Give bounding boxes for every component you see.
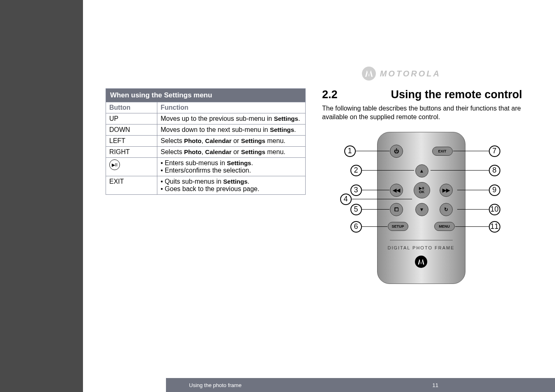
callout-8: 8 [431, 165, 500, 176]
table-header-function: Function [157, 102, 306, 113]
rotate-button-icon: ↻ [440, 203, 453, 216]
table-row: ▶II• Enters sub-menus in Settings.• Ente… [106, 158, 306, 176]
motorola-icon [362, 67, 376, 81]
motorola-batwing-icon [415, 256, 427, 268]
table-cell-function: • Quits sub-menus in Settings.• Goes bac… [157, 176, 306, 195]
brand-name: MOTOROLA [380, 69, 441, 78]
page-footer: Using the photo frame 11 [166, 378, 555, 392]
remote-body: ⏻ EXIT ▲ ◀◀ ▶IIOK ▶▶ ⧠ ▼ ↻ SETUP [377, 132, 465, 284]
section-number: 2.2 [322, 88, 355, 101]
section-intro: The following table describes the button… [322, 104, 522, 122]
table-cell-function: Selects Photo, Calendar or Settings menu… [157, 147, 306, 158]
callout-10: 10 [457, 204, 500, 215]
sidebar-decor [0, 0, 83, 392]
table-row: DOWNMoves down to the next sub-menu in S… [106, 125, 306, 136]
callout-2: 2 [350, 165, 414, 176]
table-cell-function: Moves up to the previous sub-menu in Set… [157, 113, 306, 125]
ok-button-icon: ▶IIOK [414, 182, 430, 198]
section-heading: 2.2 Using the remote control [322, 88, 522, 101]
callout-7: 7 [453, 145, 500, 157]
table-cell-button: ▶II [106, 158, 157, 176]
table-title: When using the Settings menu [106, 89, 306, 102]
table-header-button: Button [106, 102, 157, 113]
power-button-icon: ⏻ [390, 145, 403, 158]
play-pause-icon: ▶II [109, 159, 120, 170]
section-title: Using the remote control [355, 88, 522, 101]
down-button-icon: ▼ [415, 203, 428, 216]
footer-chapter: Using the photo frame [189, 382, 242, 388]
remote-diagram: ⏻ EXIT ▲ ◀◀ ▶IIOK ▶▶ ⧠ ▼ ↻ SETUP [340, 132, 504, 296]
table-row: RIGHTSelects Photo, Calendar or Settings… [106, 147, 306, 158]
remote-label: DIGITAL PHOTO FRAME [378, 245, 465, 250]
up-button-icon: ▲ [415, 164, 428, 178]
menu-button-icon: MENU [434, 222, 455, 231]
table-row: LEFTSelects Photo, Calendar or Settings … [106, 136, 306, 147]
table-row: UPMoves up to the previous sub-menu in S… [106, 113, 306, 125]
settings-menu-table: When using the Settings menu Button Func… [106, 88, 306, 195]
table-cell-function: • Enters sub-menus in Settings.• Enters/… [157, 158, 306, 176]
setup-button-icon: SETUP [388, 222, 408, 231]
table-cell-button: LEFT [106, 136, 157, 147]
callout-9: 9 [457, 184, 500, 196]
remote-divider [390, 240, 453, 240]
table-cell-button: RIGHT [106, 147, 157, 158]
brand-logo: MOTOROLA [362, 67, 441, 81]
forward-button-icon: ▶▶ [440, 184, 453, 197]
callout-11: 11 [455, 221, 500, 233]
callout-6: 6 [350, 221, 387, 233]
table-cell-function: Moves down to the next sub-menu in Setti… [157, 125, 306, 136]
table-cell-function: Selects Photo, Calendar or Settings menu… [157, 136, 306, 147]
callout-4: 4 [340, 194, 412, 205]
table-cell-button: EXIT [106, 176, 157, 195]
table-cell-button: DOWN [106, 125, 157, 136]
footer-page-number: 11 [433, 382, 438, 388]
callout-1: 1 [344, 145, 389, 157]
table-row: EXIT• Quits sub-menus in Settings.• Goes… [106, 176, 306, 195]
exit-button-icon: EXIT [432, 147, 453, 156]
table-cell-button: UP [106, 113, 157, 125]
callout-5: 5 [350, 204, 389, 215]
